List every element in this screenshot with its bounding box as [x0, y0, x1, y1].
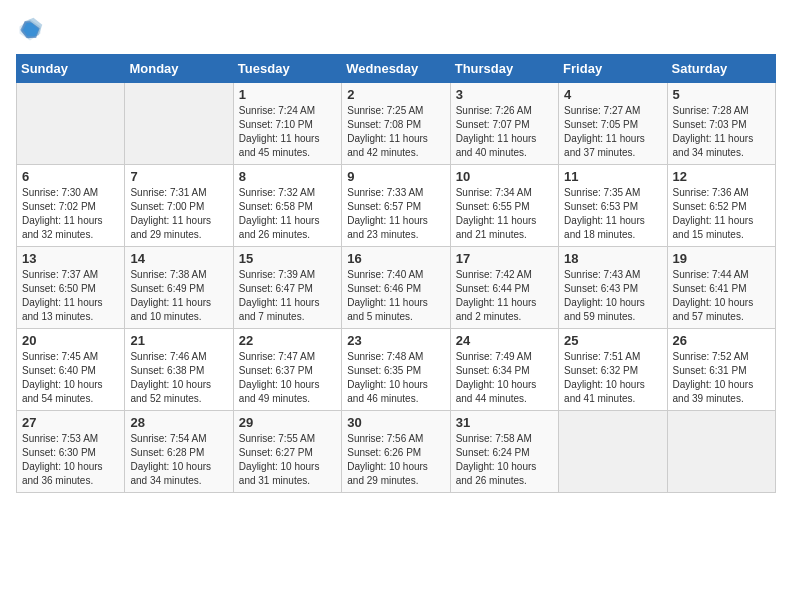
day-info: Sunrise: 7:38 AM Sunset: 6:49 PM Dayligh… — [130, 268, 227, 324]
day-number: 18 — [564, 251, 661, 266]
calendar-cell: 14Sunrise: 7:38 AM Sunset: 6:49 PM Dayli… — [125, 247, 233, 329]
day-number: 16 — [347, 251, 444, 266]
calendar-cell — [17, 83, 125, 165]
day-header-friday: Friday — [559, 55, 667, 83]
calendar-cell: 31Sunrise: 7:58 AM Sunset: 6:24 PM Dayli… — [450, 411, 558, 493]
day-info: Sunrise: 7:51 AM Sunset: 6:32 PM Dayligh… — [564, 350, 661, 406]
day-number: 9 — [347, 169, 444, 184]
day-header-sunday: Sunday — [17, 55, 125, 83]
calendar-cell — [559, 411, 667, 493]
day-info: Sunrise: 7:56 AM Sunset: 6:26 PM Dayligh… — [347, 432, 444, 488]
calendar-cell: 16Sunrise: 7:40 AM Sunset: 6:46 PM Dayli… — [342, 247, 450, 329]
day-number: 19 — [673, 251, 770, 266]
calendar-cell: 5Sunrise: 7:28 AM Sunset: 7:03 PM Daylig… — [667, 83, 775, 165]
calendar-cell: 25Sunrise: 7:51 AM Sunset: 6:32 PM Dayli… — [559, 329, 667, 411]
day-number: 7 — [130, 169, 227, 184]
day-info: Sunrise: 7:42 AM Sunset: 6:44 PM Dayligh… — [456, 268, 553, 324]
calendar-week-4: 20Sunrise: 7:45 AM Sunset: 6:40 PM Dayli… — [17, 329, 776, 411]
calendar-header-row: SundayMondayTuesdayWednesdayThursdayFrid… — [17, 55, 776, 83]
day-header-saturday: Saturday — [667, 55, 775, 83]
day-info: Sunrise: 7:47 AM Sunset: 6:37 PM Dayligh… — [239, 350, 336, 406]
day-number: 11 — [564, 169, 661, 184]
day-info: Sunrise: 7:26 AM Sunset: 7:07 PM Dayligh… — [456, 104, 553, 160]
day-info: Sunrise: 7:53 AM Sunset: 6:30 PM Dayligh… — [22, 432, 119, 488]
calendar-week-3: 13Sunrise: 7:37 AM Sunset: 6:50 PM Dayli… — [17, 247, 776, 329]
day-header-wednesday: Wednesday — [342, 55, 450, 83]
calendar-cell: 22Sunrise: 7:47 AM Sunset: 6:37 PM Dayli… — [233, 329, 341, 411]
calendar-cell: 23Sunrise: 7:48 AM Sunset: 6:35 PM Dayli… — [342, 329, 450, 411]
logo-icon — [16, 16, 44, 44]
calendar-cell: 18Sunrise: 7:43 AM Sunset: 6:43 PM Dayli… — [559, 247, 667, 329]
day-info: Sunrise: 7:49 AM Sunset: 6:34 PM Dayligh… — [456, 350, 553, 406]
day-number: 25 — [564, 333, 661, 348]
calendar-cell: 4Sunrise: 7:27 AM Sunset: 7:05 PM Daylig… — [559, 83, 667, 165]
day-info: Sunrise: 7:39 AM Sunset: 6:47 PM Dayligh… — [239, 268, 336, 324]
day-number: 20 — [22, 333, 119, 348]
day-info: Sunrise: 7:43 AM Sunset: 6:43 PM Dayligh… — [564, 268, 661, 324]
calendar-cell: 6Sunrise: 7:30 AM Sunset: 7:02 PM Daylig… — [17, 165, 125, 247]
calendar-cell: 27Sunrise: 7:53 AM Sunset: 6:30 PM Dayli… — [17, 411, 125, 493]
day-number: 12 — [673, 169, 770, 184]
day-header-tuesday: Tuesday — [233, 55, 341, 83]
day-header-thursday: Thursday — [450, 55, 558, 83]
day-number: 14 — [130, 251, 227, 266]
day-number: 30 — [347, 415, 444, 430]
logo — [16, 16, 48, 44]
calendar-cell: 21Sunrise: 7:46 AM Sunset: 6:38 PM Dayli… — [125, 329, 233, 411]
calendar-cell: 13Sunrise: 7:37 AM Sunset: 6:50 PM Dayli… — [17, 247, 125, 329]
calendar-cell: 15Sunrise: 7:39 AM Sunset: 6:47 PM Dayli… — [233, 247, 341, 329]
day-info: Sunrise: 7:36 AM Sunset: 6:52 PM Dayligh… — [673, 186, 770, 242]
calendar-cell: 28Sunrise: 7:54 AM Sunset: 6:28 PM Dayli… — [125, 411, 233, 493]
day-number: 8 — [239, 169, 336, 184]
calendar-cell: 10Sunrise: 7:34 AM Sunset: 6:55 PM Dayli… — [450, 165, 558, 247]
day-number: 22 — [239, 333, 336, 348]
calendar-table: SundayMondayTuesdayWednesdayThursdayFrid… — [16, 54, 776, 493]
calendar-cell: 12Sunrise: 7:36 AM Sunset: 6:52 PM Dayli… — [667, 165, 775, 247]
day-info: Sunrise: 7:40 AM Sunset: 6:46 PM Dayligh… — [347, 268, 444, 324]
calendar-week-5: 27Sunrise: 7:53 AM Sunset: 6:30 PM Dayli… — [17, 411, 776, 493]
day-number: 28 — [130, 415, 227, 430]
day-info: Sunrise: 7:44 AM Sunset: 6:41 PM Dayligh… — [673, 268, 770, 324]
day-number: 6 — [22, 169, 119, 184]
calendar-cell: 24Sunrise: 7:49 AM Sunset: 6:34 PM Dayli… — [450, 329, 558, 411]
day-number: 21 — [130, 333, 227, 348]
day-number: 1 — [239, 87, 336, 102]
calendar-cell: 11Sunrise: 7:35 AM Sunset: 6:53 PM Dayli… — [559, 165, 667, 247]
day-number: 27 — [22, 415, 119, 430]
day-info: Sunrise: 7:25 AM Sunset: 7:08 PM Dayligh… — [347, 104, 444, 160]
day-number: 5 — [673, 87, 770, 102]
day-info: Sunrise: 7:34 AM Sunset: 6:55 PM Dayligh… — [456, 186, 553, 242]
day-info: Sunrise: 7:45 AM Sunset: 6:40 PM Dayligh… — [22, 350, 119, 406]
day-number: 24 — [456, 333, 553, 348]
day-number: 26 — [673, 333, 770, 348]
day-number: 10 — [456, 169, 553, 184]
day-header-monday: Monday — [125, 55, 233, 83]
day-info: Sunrise: 7:54 AM Sunset: 6:28 PM Dayligh… — [130, 432, 227, 488]
calendar-cell: 3Sunrise: 7:26 AM Sunset: 7:07 PM Daylig… — [450, 83, 558, 165]
day-info: Sunrise: 7:46 AM Sunset: 6:38 PM Dayligh… — [130, 350, 227, 406]
day-number: 4 — [564, 87, 661, 102]
day-number: 29 — [239, 415, 336, 430]
calendar-cell: 9Sunrise: 7:33 AM Sunset: 6:57 PM Daylig… — [342, 165, 450, 247]
day-number: 2 — [347, 87, 444, 102]
calendar-cell: 29Sunrise: 7:55 AM Sunset: 6:27 PM Dayli… — [233, 411, 341, 493]
calendar-cell: 17Sunrise: 7:42 AM Sunset: 6:44 PM Dayli… — [450, 247, 558, 329]
day-info: Sunrise: 7:58 AM Sunset: 6:24 PM Dayligh… — [456, 432, 553, 488]
day-info: Sunrise: 7:27 AM Sunset: 7:05 PM Dayligh… — [564, 104, 661, 160]
calendar-cell: 1Sunrise: 7:24 AM Sunset: 7:10 PM Daylig… — [233, 83, 341, 165]
calendar-cell: 8Sunrise: 7:32 AM Sunset: 6:58 PM Daylig… — [233, 165, 341, 247]
calendar-cell: 30Sunrise: 7:56 AM Sunset: 6:26 PM Dayli… — [342, 411, 450, 493]
calendar-week-2: 6Sunrise: 7:30 AM Sunset: 7:02 PM Daylig… — [17, 165, 776, 247]
calendar-cell: 19Sunrise: 7:44 AM Sunset: 6:41 PM Dayli… — [667, 247, 775, 329]
day-info: Sunrise: 7:35 AM Sunset: 6:53 PM Dayligh… — [564, 186, 661, 242]
page-header — [16, 16, 776, 44]
day-number: 13 — [22, 251, 119, 266]
day-info: Sunrise: 7:52 AM Sunset: 6:31 PM Dayligh… — [673, 350, 770, 406]
day-info: Sunrise: 7:55 AM Sunset: 6:27 PM Dayligh… — [239, 432, 336, 488]
calendar-cell — [667, 411, 775, 493]
calendar-cell — [125, 83, 233, 165]
calendar-cell: 26Sunrise: 7:52 AM Sunset: 6:31 PM Dayli… — [667, 329, 775, 411]
day-info: Sunrise: 7:32 AM Sunset: 6:58 PM Dayligh… — [239, 186, 336, 242]
day-info: Sunrise: 7:37 AM Sunset: 6:50 PM Dayligh… — [22, 268, 119, 324]
day-info: Sunrise: 7:48 AM Sunset: 6:35 PM Dayligh… — [347, 350, 444, 406]
